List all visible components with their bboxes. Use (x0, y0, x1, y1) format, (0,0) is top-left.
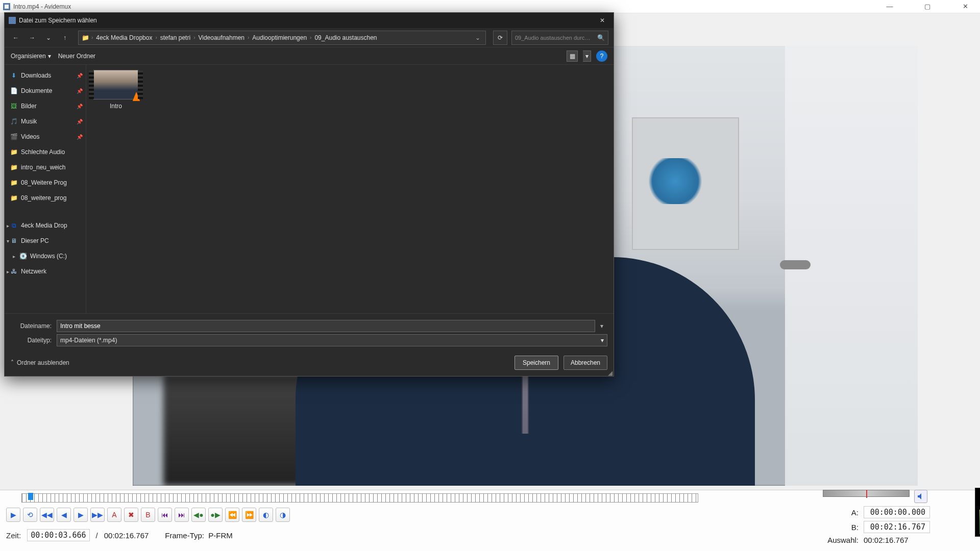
prev-key-button[interactable]: ⏮ (158, 508, 172, 522)
time-value[interactable]: 00:00:03.666 (27, 529, 89, 541)
videos-icon: 🎬 (10, 133, 18, 140)
pin-icon: 📌 (77, 104, 83, 109)
timeline-cursor[interactable] (28, 493, 33, 500)
sidebar-item-folder[interactable]: 📁intro_neu_weich (5, 160, 86, 175)
goto-start-button[interactable]: ⏪ (225, 508, 239, 522)
tree-item-network[interactable]: ▸🖧Netzwerk (5, 264, 86, 279)
prev-black-button[interactable]: ◐ (259, 508, 273, 522)
next-black-button[interactable]: ◑ (276, 508, 290, 522)
recent-button[interactable]: ⌄ (42, 32, 55, 44)
cancel-button[interactable]: Abbrechen (564, 356, 607, 370)
set-a-button[interactable]: A (107, 508, 121, 522)
file-pane[interactable]: Intro (86, 65, 614, 313)
crumb-3[interactable]: Audiooptimierungen (251, 34, 308, 41)
breadcrumb-bar[interactable]: 📁 › 4eck Media Dropbox› stefan petri› Vi… (78, 31, 486, 45)
pc-icon: 🖥 (10, 237, 18, 244)
sidebar-item-music[interactable]: 🎵Musik📌 (5, 114, 86, 129)
file-item[interactable]: Intro (91, 70, 140, 110)
sidebar-item-downloads[interactable]: ⬇Downloads📌 (5, 68, 86, 83)
crumb-2[interactable]: Videoaufnahmen (197, 34, 246, 41)
crumb-4[interactable]: 09_Audio austauschen (313, 34, 378, 41)
scrub-mini[interactable] (823, 490, 910, 497)
filename-input[interactable] (57, 320, 595, 332)
prev-cut-button[interactable]: ◀● (191, 508, 206, 522)
sidebar-item-videos[interactable]: 🎬Videos📌 (5, 129, 86, 144)
frame-label: Frame-Typ: (165, 531, 204, 540)
up-button[interactable]: ↑ (59, 32, 71, 44)
back-button[interactable]: ← (10, 32, 22, 44)
dialog-footer: ˄ Ordner ausblenden Speichern Abbrechen (5, 350, 614, 376)
play-button[interactable]: ▶ (6, 508, 20, 522)
folder-icon: 📁 (10, 194, 18, 202)
app-icon (3, 3, 10, 10)
search-box[interactable]: 🔍 (511, 31, 608, 45)
tree-item-pc[interactable]: ▾🖥Dieser PC (5, 233, 86, 248)
time-label: Zeit: (6, 531, 21, 540)
close-button[interactable]: ✕ (595, 15, 609, 26)
dialog-bottom: Dateiname: ▾ Dateityp: mp4-Dateien (*.mp… (5, 313, 614, 350)
chevron-up-icon: ˄ (11, 359, 14, 366)
sidebar-item-pictures[interactable]: 🖼Bilder📌 (5, 98, 86, 114)
timeline-ruler[interactable] (21, 493, 698, 503)
step-fwd-button[interactable]: ▶ (74, 508, 88, 522)
save-button[interactable]: Speichern (514, 356, 558, 370)
filename-dropdown[interactable]: ▾ (600, 322, 607, 330)
duration-value: 00:02:16.767 (104, 531, 149, 540)
crumb-1[interactable]: stefan petri (159, 34, 191, 41)
delete-button[interactable]: ✖ (124, 508, 138, 522)
sidebar-item-folder[interactable]: 📁08_weitere_prog (5, 190, 86, 206)
app-close-button[interactable]: ✕ (953, 3, 977, 10)
prev-frame-button[interactable]: ◀◀ (40, 508, 54, 522)
chevron-down-icon: ▾ (48, 53, 51, 60)
tree-item-dropbox[interactable]: ▸⧉4eck Media Drop (5, 218, 86, 233)
step-back-button[interactable]: ◀ (57, 508, 71, 522)
refresh-button[interactable]: ⟳ (493, 31, 507, 45)
view-dropdown[interactable]: ▾ (583, 51, 591, 62)
expander-icon[interactable]: ▸ (13, 254, 19, 259)
next-frame-button[interactable]: ▶▶ (90, 508, 105, 522)
chevron-down-icon: ▾ (601, 337, 604, 344)
download-icon: ⬇ (10, 72, 18, 79)
minimize-button[interactable]: — (878, 3, 901, 10)
speaker-button[interactable] (914, 490, 927, 503)
folder-icon: 📁 (10, 179, 18, 186)
dialog-titlebar: Datei zum Speichern wählen ✕ (5, 13, 614, 28)
pin-icon: 📌 (77, 119, 83, 124)
app-titlebar: Intro.mp4 - Avidemux — ▢ ✕ (0, 0, 980, 13)
time-separator: / (96, 531, 98, 540)
sidebar-item-documents[interactable]: 📄Dokumente📌 (5, 83, 86, 98)
save-dialog: Datei zum Speichern wählen ✕ ← → ⌄ ↑ 📁 ›… (4, 12, 614, 377)
network-icon: 🖧 (10, 268, 18, 275)
filename-label: Dateiname: (11, 322, 52, 330)
folder-icon: 📁 (10, 148, 18, 156)
sidebar-item-folder[interactable]: 📁08_Weitere Prog (5, 175, 86, 190)
next-cut-button[interactable]: ●▶ (208, 508, 223, 522)
new-folder-button[interactable]: Neuer Ordner (58, 53, 95, 60)
breadcrumb-dropdown[interactable]: ⌄ (473, 34, 482, 41)
sidebar-item-folder[interactable]: 📁Schlechte Audio (5, 144, 86, 160)
a-label: A: (823, 508, 859, 517)
hide-folders-toggle[interactable]: ˄ Ordner ausblenden (11, 359, 69, 366)
disk-icon: 💽 (19, 253, 27, 260)
stop-button[interactable]: ⟲ (23, 508, 37, 522)
next-key-button[interactable]: ⏭ (175, 508, 189, 522)
filetype-label: Dateityp: (11, 337, 52, 344)
view-button[interactable]: ▦ (567, 51, 578, 62)
goto-end-button[interactable]: ⏩ (242, 508, 256, 522)
dialog-toolbar: Organisieren ▾ Neuer Ordner ▦ ▾ ? (5, 47, 614, 65)
dialog-icon (9, 17, 16, 24)
forward-button[interactable]: → (26, 32, 38, 44)
search-input[interactable] (515, 35, 594, 41)
help-button[interactable]: ? (596, 51, 607, 62)
pin-icon: 📌 (77, 134, 83, 140)
set-b-button[interactable]: B (141, 508, 155, 522)
resize-grip[interactable]: ◢ (608, 371, 612, 375)
filetype-combo[interactable]: mp4-Dateien (*.mp4) ▾ (57, 334, 607, 346)
folder-icon: 📁 (10, 164, 18, 171)
maximize-button[interactable]: ▢ (916, 3, 939, 10)
sel-value: 00:02:16.767 (864, 536, 909, 544)
crumb-0[interactable]: 4eck Media Dropbox (95, 34, 153, 41)
organize-button[interactable]: Organisieren ▾ (11, 53, 51, 60)
pictures-icon: 🖼 (10, 103, 18, 110)
tree-item-disk[interactable]: ▸💽Windows (C:) (5, 248, 86, 264)
